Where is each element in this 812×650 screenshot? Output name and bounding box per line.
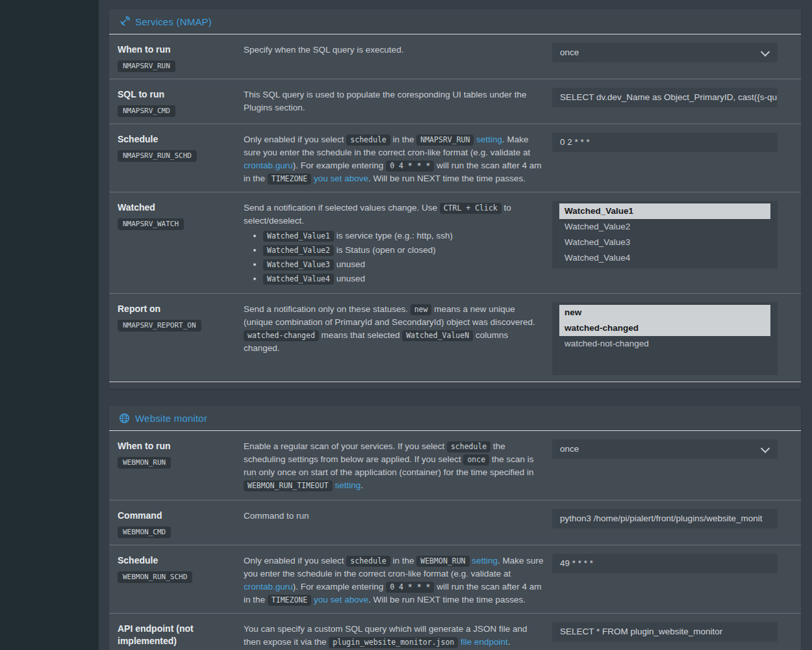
bullet-item: Watched_Value2 is Status (open or closed… [263, 244, 546, 257]
inline-link[interactable]: setting [472, 556, 498, 566]
description-text: This SQL query is used to populate the c… [244, 90, 527, 112]
setting-code-badge: WEBMON_RUN [118, 457, 171, 469]
setting-label: API endpoint (not implemented) [118, 623, 236, 647]
setting-label-cell: When to runWEBMON_RUN [109, 431, 244, 500]
webmon_run_schd-input[interactable]: 49 * * * * [552, 554, 778, 573]
input-value: 0 2 * * * [560, 137, 590, 147]
description-text: . Will be run NEXT time the time passes. [368, 595, 526, 604]
setting-description: Only enabled if you select schedule in t… [244, 124, 546, 192]
inline-code-badge: watched-changed [244, 330, 319, 341]
settings-rows: When to runWEBMON_RUNEnable a regular sc… [109, 431, 801, 650]
setting-description: Specify when the SQL query is executed. [244, 34, 546, 79]
setting-control-cell: SELECT dv.dev_Name as Object_PrimaryID, … [546, 79, 801, 124]
webmon_run-select[interactable]: once [552, 439, 778, 459]
inline-link[interactable]: file endpoint [461, 637, 508, 647]
chevron-down-icon [761, 444, 770, 453]
panel-header: Services (NMAP) [109, 9, 801, 34]
setting-row-webmon_api_sql: API endpoint (not implemented)WEBMON_API… [109, 613, 801, 650]
description-text: in the [390, 556, 417, 566]
sidebar [0, 0, 99, 650]
inline-link[interactable]: you set above [314, 595, 368, 604]
bullet-item: Watched_Value1 is service type (e.g.: ht… [263, 229, 546, 242]
main-content: Services (NMAP)When to runNMAPSRV_RUNSpe… [99, 0, 812, 650]
satellite-dish-icon [119, 16, 130, 27]
option-Watched_Value4[interactable]: Watched_Value4 [559, 250, 770, 266]
setting-description: Send a notification only on these status… [244, 294, 546, 382]
description-text: Command to run [244, 511, 309, 521]
option-Watched_Value3[interactable]: Watched_Value3 [559, 235, 770, 250]
input-value: SELECT * FROM plugin_website_monitor [560, 627, 722, 636]
webmon_cmd-input[interactable]: python3 /home/pi/pialert/front/plugins/w… [552, 509, 778, 528]
inline-link[interactable]: setting [476, 135, 502, 144]
description-text: Enable a regular scan of your services. … [244, 441, 447, 451]
inline-link[interactable]: you set above [314, 174, 368, 183]
bullet-item: Watched_Value3 unused [263, 258, 546, 271]
nmapsrv_cmd-input[interactable]: SELECT dv.dev_Name as Object_PrimaryID, … [552, 88, 778, 107]
nmapsrv_run-select[interactable]: once [552, 43, 778, 62]
inline-link[interactable]: setting [335, 480, 361, 490]
setting-control-cell: once [546, 431, 801, 500]
setting-row-nmapsrv_run: When to runNMAPSRV_RUNSpecify when the S… [109, 34, 801, 79]
description-text: is service type (e.g.: http, ssh) [334, 231, 453, 240]
option-new[interactable]: new [559, 305, 770, 320]
bullet-item: Watched_Value4 unused [263, 272, 546, 285]
description-text: Specify when the SQL query is executed. [244, 45, 403, 55]
setting-control-cell: python3 /home/pi/pialert/front/plugins/w… [546, 500, 801, 545]
setting-label-cell: SQL to runNMAPSRV_CMD [109, 79, 244, 124]
setting-label: SQL to run [118, 88, 236, 101]
description-text: . [361, 480, 363, 490]
description-bullet-list: Watched_Value1 is service type (e.g.: ht… [244, 229, 546, 285]
setting-label-cell: CommandWEBMON_CMD [109, 500, 244, 545]
setting-row-nmapsrv_report_on: Report onNMAPSRV_REPORT_ONSend a notific… [109, 293, 801, 382]
setting-row-webmon_cmd: CommandWEBMON_CMDCommand to runpython3 /… [109, 500, 801, 545]
nmapsrv_report_on-multiselect[interactable]: newwatched-changedwatched-not-changed [552, 302, 778, 375]
setting-label: Schedule [118, 554, 236, 567]
inline-code-badge: plugin_website_monitor.json [329, 637, 458, 648]
setting-control-cell: SELECT * FROM plugin_website_monitor [546, 614, 801, 650]
option-Watched_Value2[interactable]: Watched_Value2 [559, 219, 770, 235]
setting-row-nmapsrv_run_schd: ScheduleNMAPSRV_RUN_SCHDOnly enabled if … [109, 124, 801, 192]
setting-code-badge: NMAPSRV_RUN [118, 60, 175, 72]
setting-label: When to run [118, 440, 236, 452]
description-text: Send a notification if selected values c… [244, 203, 440, 213]
setting-label: Schedule [118, 133, 236, 146]
inline-link[interactable]: crontab.guru [244, 161, 293, 170]
setting-code-badge: NMAPSRV_WATCH [118, 218, 184, 230]
nmapsrv_watch-multiselect[interactable]: Watched_Value1Watched_Value2Watched_Valu… [552, 201, 778, 268]
setting-label-cell: ScheduleNMAPSRV_RUN_SCHD [109, 124, 244, 192]
setting-row-nmapsrv_cmd: SQL to runNMAPSRV_CMDThis SQL query is u… [109, 79, 801, 124]
setting-label-cell: WatchedNMAPSRV_WATCH [109, 192, 244, 293]
inline-code-badge: schedule [447, 441, 490, 452]
setting-label-cell: ScheduleWEBMON_RUN_SCHD [109, 545, 244, 613]
webmon_api_sql-input[interactable]: SELECT * FROM plugin_website_monitor [552, 622, 778, 642]
nmapsrv_run_schd-input[interactable]: 0 2 * * * [552, 133, 778, 152]
inline-code-badge: schedule [346, 556, 390, 567]
inline-code-badge: Watched_ValueN [402, 330, 473, 341]
settings-panel-1: Services (NMAP)When to runNMAPSRV_RUNSpe… [109, 9, 801, 389]
selected-value: once [560, 444, 579, 454]
setting-label: Report on [118, 303, 236, 315]
setting-row-nmapsrv_watch: WatchedNMAPSRV_WATCHSend a notification … [109, 192, 801, 293]
inline-code-badge: WEBMON_RUN_TIMEOUT [244, 480, 333, 491]
setting-label-cell: When to runNMAPSRV_RUN [109, 34, 244, 79]
inline-link[interactable]: crontab.guru [244, 582, 293, 592]
description-text: means that selected [319, 330, 402, 340]
setting-control-cell: newwatched-changedwatched-not-changed [546, 294, 801, 382]
inline-code-badge: once [463, 454, 489, 465]
inline-code-badge: TIMEZONE [268, 174, 311, 185]
option-Watched_Value1[interactable]: Watched_Value1 [559, 203, 770, 219]
description-text: is Status (open or closed) [334, 245, 436, 255]
inline-code-badge: NMAPSRV_RUN [416, 135, 474, 146]
chevron-down-icon [761, 47, 770, 57]
description-text: in the [390, 135, 417, 144]
option-watched-not-changed[interactable]: watched-not-changed [559, 336, 770, 352]
input-value: SELECT dv.dev_Name as Object_PrimaryID, … [560, 92, 778, 102]
description-text: Only enabled if you select [244, 135, 346, 144]
description-text: Only enabled if you select [244, 556, 346, 566]
option-watched-changed[interactable]: watched-changed [559, 320, 770, 336]
setting-row-webmon_run: When to runWEBMON_RUNEnable a regular sc… [109, 431, 801, 500]
description-text: . [508, 637, 511, 647]
settings-panel-2: Website monitorWhen to runWEBMON_RUNEnab… [109, 406, 801, 650]
input-value: python3 /home/pi/pialert/front/plugins/w… [560, 514, 762, 523]
setting-label: Command [118, 510, 236, 522]
